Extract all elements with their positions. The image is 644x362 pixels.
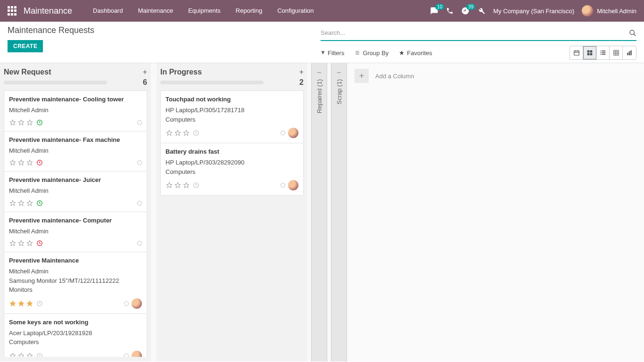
kanban-state-icon[interactable] [124,354,129,357]
activity-clock-icon[interactable] [36,159,43,166]
kanban-record[interactable]: Battery drains fastHP Laptop/LP/303/2829… [160,143,304,196]
group-by-label: Group By [363,49,388,57]
filters-label: Filters [328,49,344,57]
priority-star-icon[interactable] [17,239,25,247]
nav-equipments[interactable]: Equipments [181,0,228,22]
add-column-button[interactable]: + [355,69,369,83]
priority-star-icon[interactable] [26,300,33,307]
apps-icon[interactable] [8,6,17,16]
priority-star-icon[interactable] [165,129,173,137]
priority-star-icon[interactable] [182,181,190,189]
priority-star-icon[interactable] [17,300,25,307]
user-avatar-icon[interactable] [132,298,142,309]
user-avatar-icon[interactable] [288,180,298,190]
tools-icon[interactable] [477,7,486,15]
company-switcher[interactable]: My Company (San Francisco) [493,8,574,15]
user-avatar-icon[interactable] [132,351,142,357]
priority-star-icon[interactable] [9,300,17,307]
card-category: Monitors [9,285,142,295]
priority-star-icon[interactable] [9,239,17,247]
priority-star-icon[interactable] [9,119,17,126]
add-column-label[interactable]: Add a Column [375,73,414,80]
kanban-state-icon[interactable] [281,131,285,135]
view-pivot[interactable] [610,46,623,59]
activity-clock-icon[interactable] [193,130,199,136]
card-title: Preventive maintenance- Fax machine [9,136,142,143]
user-avatar-icon[interactable] [288,128,298,138]
nav-maintenance[interactable]: Maintenance [131,0,181,22]
quick-create-icon[interactable]: + [143,68,147,76]
kanban-record[interactable]: Touchpad not workingHP Laptop/LP/305/172… [160,90,304,143]
card-title: Preventive Maintenance [9,257,142,264]
kanban-state-icon[interactable] [137,120,142,125]
filters-menu[interactable]: Filters [321,49,344,57]
priority-star-icon[interactable] [174,129,182,137]
kanban-record[interactable]: Some keys are not workingAcer Laptop/LP/… [4,313,147,357]
svg-line-1 [634,34,636,36]
priority-star-icon[interactable] [26,239,33,247]
card-category: Computers [165,115,298,124]
nav-configuration[interactable]: Configuration [270,0,321,22]
priority-star-icon[interactable] [26,159,33,166]
kanban-state-icon[interactable] [281,183,285,188]
kanban-state-icon[interactable] [124,301,129,306]
priority-star-icon[interactable] [182,129,190,137]
kanban-record[interactable]: Preventive maintenance- JuicerMitchell A… [4,171,147,212]
svg-rect-5 [574,51,579,55]
view-list[interactable] [596,46,610,59]
kanban-board: New Request+6Preventive maintenance- Coo… [0,63,644,362]
phone-icon[interactable] [446,7,454,15]
view-kanban[interactable] [583,46,596,59]
svg-rect-36 [337,73,341,73]
priority-star-icon[interactable] [17,119,25,126]
kanban-record[interactable]: Preventive maintenance- ComputerMitchell… [4,212,147,252]
search-bar[interactable] [321,25,636,41]
svg-rect-25 [629,51,630,55]
kanban-column-folded[interactable]: Scrap (1) [331,63,347,362]
priority-star-icon[interactable] [17,199,25,207]
kanban-state-icon[interactable] [137,160,142,165]
priority-star-icon[interactable] [9,199,17,207]
kanban-record[interactable]: Preventive maintenance- Cooling towerMit… [4,90,147,131]
priority-star-icon[interactable] [174,181,182,189]
nav-dashboard[interactable]: Dashboard [85,0,131,22]
kanban-state-icon[interactable] [137,201,142,206]
view-graph[interactable] [623,46,636,59]
quick-create-icon[interactable]: + [299,68,304,76]
priority-star-icon[interactable] [17,159,25,166]
group-by-menu[interactable]: Group By [355,49,388,57]
activity-clock-icon[interactable] [36,200,43,206]
activity-clock-icon[interactable] [36,240,43,247]
create-button[interactable]: CREATE [8,40,43,52]
nav-reporting[interactable]: Reporting [228,0,270,22]
priority-star-icon[interactable] [9,352,17,357]
priority-star-icon[interactable] [165,181,173,189]
priority-star-icon[interactable] [17,352,25,357]
svg-rect-26 [630,50,631,56]
activity-clock-icon[interactable] [36,353,43,357]
favorites-menu[interactable]: Favorites [399,49,432,57]
activity-clock-icon[interactable] [36,300,43,307]
priority-star-icon[interactable] [9,159,17,166]
svg-rect-35 [317,73,321,73]
priority-star-icon[interactable] [26,119,33,126]
view-calendar[interactable] [570,46,583,59]
card-title: Preventive maintenance- Juicer [9,176,142,183]
activity-clock-icon[interactable] [36,119,43,126]
activity-clock-icon[interactable] [193,182,199,189]
search-icon[interactable] [629,29,636,37]
kanban-record[interactable]: Preventive MaintenanceMitchell AdminSams… [4,252,147,313]
kanban-record[interactable]: Preventive maintenance- Fax machineMitch… [4,131,147,172]
kanban-column-folded[interactable]: Repaired (1) [311,63,327,362]
user-avatar-icon [582,5,593,16]
priority-star-icon[interactable] [26,352,33,357]
user-menu[interactable]: Mitchell Admin [582,5,636,16]
priority-star-icon[interactable] [26,199,33,207]
activities-icon[interactable]: 39 [461,7,470,15]
kanban-state-icon[interactable] [137,241,142,246]
app-brand[interactable]: Maintenance [24,6,72,16]
svg-rect-24 [627,53,628,55]
discuss-icon[interactable]: 10 [430,7,438,15]
search-input[interactable] [321,27,629,38]
svg-rect-2 [356,51,360,52]
